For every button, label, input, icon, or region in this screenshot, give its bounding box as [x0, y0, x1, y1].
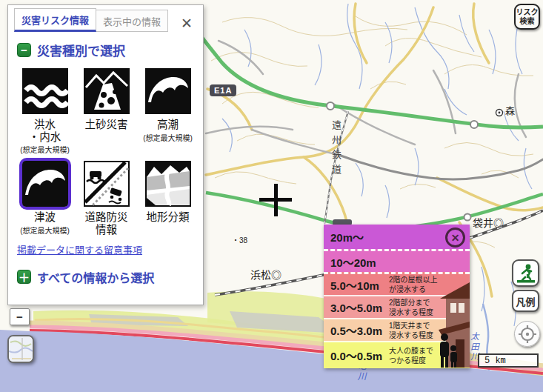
category-label: 洪水 — [34, 119, 56, 130]
tab-disaster-risk-info[interactable]: 災害リスク情報 — [14, 8, 96, 32]
crosshair-icon — [274, 184, 278, 216]
tsunami-depth-legend: ✕ 20m〜 10〜20m 5.0〜10m 2階の屋根以上 が浸水する 3.0〜… — [324, 225, 470, 368]
legend-desc: 1階天井まで — [389, 322, 430, 330]
gps-target-icon — [518, 325, 537, 344]
scale-label: 5 km — [484, 356, 506, 366]
hazard-map-app: 森 浜松◎ 袋井◎ 遠州鉄道 太田川 竜川 ・38 E1A 災害リスク情報 表示… — [0, 0, 543, 392]
data-notice-link[interactable]: 掲載データに関する留意事項 — [17, 242, 203, 256]
category-road-disaster[interactable]: 道路防災 情報 — [76, 158, 137, 236]
legend-row: 5.0〜10m 2階の屋根以上 が浸水する — [324, 272, 470, 295]
legend-range: 20m〜 — [324, 229, 389, 245]
legend-desc: 2階部分まで — [389, 299, 430, 307]
panel-close-icon[interactable]: ✕ — [176, 15, 197, 32]
category-label: ・内水 — [29, 131, 61, 143]
legend-range: 3.0〜5.0m — [324, 299, 389, 315]
category-storm-surge[interactable]: 高潮 (想定最大規模) — [137, 65, 199, 155]
legend-button-label: 凡例 — [516, 294, 535, 308]
category-terrain[interactable]: 地形分類 — [137, 158, 199, 236]
risk-search-label: 検索 — [520, 17, 535, 26]
collapse-minus-icon[interactable]: − — [17, 43, 31, 57]
gps-locate-button[interactable] — [514, 321, 540, 347]
legend-range: 0.5〜3.0m — [324, 322, 389, 338]
storm-surge-icon — [142, 65, 194, 117]
legend-desc: つかる程度 — [389, 356, 426, 365]
disaster-risk-panel: 災害リスク情報 表示中の情報 ✕ − 災害種別で選択 洪水 ・内水 (想定最大規… — [7, 4, 204, 305]
legend-desc: 大人の膝まで — [389, 347, 433, 355]
legend-desc: 浸水する程度 — [389, 331, 433, 339]
legend-desc: 2階の屋根以上 — [389, 276, 438, 284]
risk-search-label: リスク — [516, 8, 539, 17]
zoom-out-label: − — [16, 310, 23, 323]
section-title-all-info: すべての情報から選択 — [37, 268, 154, 286]
category-flood[interactable]: 洪水 ・内水 (想定最大規模) — [14, 65, 76, 155]
legend-row: 10〜20m — [324, 249, 470, 272]
zoom-out-button[interactable]: − — [10, 308, 30, 325]
tab-displayed-info[interactable]: 表示中の情報 — [96, 10, 168, 32]
evacuation-site-button[interactable] — [512, 259, 539, 287]
legend-desc: 浸水する程度 — [389, 308, 433, 316]
legend-desc: が浸水する — [389, 285, 426, 293]
minimap-thumbnail — [9, 336, 33, 362]
tsunami-icon — [19, 158, 71, 210]
expressway-shield: E1A — [210, 84, 236, 96]
category-note: (想定最大規模) — [143, 132, 193, 143]
legend-row: 3.0〜5.0m 2階部分まで 浸水する程度 — [324, 295, 470, 318]
category-landslide[interactable]: 土砂災害 — [76, 65, 137, 155]
disaster-category-grid: 洪水 ・内水 (想定最大規模) 土砂災害 — [8, 64, 203, 236]
scale-bar: 5 km — [478, 353, 539, 368]
category-label: 情報 — [96, 224, 117, 236]
overview-minimap-button[interactable] — [7, 335, 34, 363]
panel-tabs: 災害リスク情報 表示中の情報 ✕ — [8, 5, 203, 32]
legend-range: 0.0〜0.5m — [324, 348, 389, 363]
category-label: 道路防災 — [85, 211, 128, 223]
legend-row: 0.0〜0.5m 大人の膝まで つかる程度 — [324, 341, 470, 368]
category-label: 津波 — [34, 211, 56, 224]
legend-range: 5.0〜10m — [324, 277, 389, 293]
category-label: 地形分類 — [147, 211, 190, 224]
landslide-icon — [81, 65, 133, 117]
road-disaster-icon — [81, 158, 133, 210]
category-note: (想定最大規模) — [20, 225, 70, 236]
section-title-by-disaster-type: 災害種別で選択 — [37, 41, 125, 59]
category-label: 土砂災害 — [85, 119, 128, 131]
category-tsunami[interactable]: 津波 (想定最大規模) — [14, 158, 76, 236]
running-person-icon — [516, 263, 536, 284]
category-note: (想定最大規模) — [20, 144, 70, 155]
terrain-icon — [142, 158, 194, 210]
legend-range: 10〜20m — [324, 254, 389, 270]
town-symbol — [496, 110, 503, 116]
flood-icon — [19, 65, 71, 117]
legend-toggle-button[interactable]: 凡例 — [512, 290, 539, 312]
category-label: 高潮 — [157, 119, 179, 131]
legend-row: 0.5〜3.0m 1階天井まで 浸水する程度 — [324, 318, 470, 341]
expand-plus-icon[interactable]: ＋ — [17, 270, 31, 284]
legend-close-icon[interactable]: ✕ — [445, 227, 465, 248]
risk-search-button[interactable]: リスク 検索 — [514, 4, 540, 30]
